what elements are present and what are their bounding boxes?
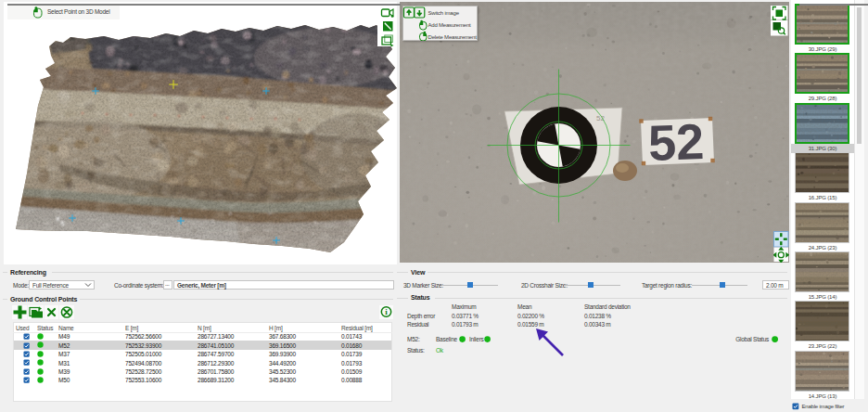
- svg-text:52: 52: [647, 113, 705, 171]
